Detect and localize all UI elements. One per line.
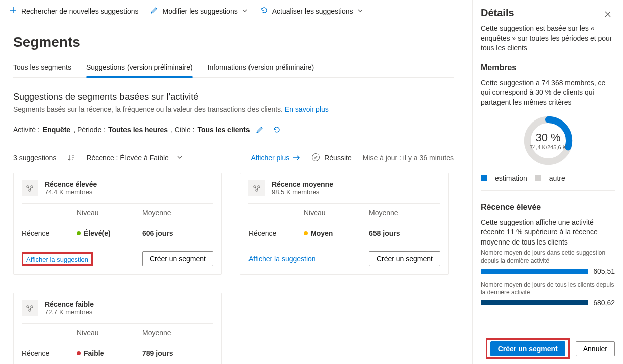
- recency-title: Récence élevée: [481, 203, 615, 212]
- metric2-value: 680,62: [593, 299, 615, 307]
- card-title: Récence moyenne: [272, 180, 333, 188]
- modify-suggestions-button[interactable]: Modifier les suggestions: [150, 6, 247, 16]
- filters-row: Activité : Enquête , Période : Toutes le…: [13, 123, 454, 137]
- activity-label: Activité :: [13, 126, 40, 134]
- suggestion-card: Récence moyenne 98,5 K membres Niveau Mo…: [240, 173, 449, 275]
- members-desc: Cette suggestion a 74 368 membres, ce qu…: [481, 78, 615, 108]
- pane-footer: Créer un segment Annuler: [486, 338, 615, 359]
- donut-chart: 30 % 74,4 K/245,6 K: [481, 110, 615, 172]
- create-segment-highlight: Créer un segment: [486, 338, 570, 359]
- level-value: Élevé(e): [77, 229, 142, 237]
- list-controls: 3 suggestions Récence : Élevée à Faible …: [13, 151, 454, 165]
- sort-label[interactable]: Récence : Élevée à Faible: [86, 154, 168, 162]
- card-members: 74,4 K membres: [45, 188, 97, 196]
- suggestion-card: Récence faible 72,7 K membres Niveau Moy…: [13, 293, 222, 364]
- pencil-icon: [150, 6, 158, 16]
- details-title: Détails: [481, 7, 514, 19]
- chevron-down-icon[interactable]: [177, 154, 183, 162]
- create-segment-button[interactable]: Créer un segment: [369, 251, 440, 266]
- recency-label: Récence: [22, 229, 77, 237]
- status-dot-icon: [77, 351, 81, 355]
- donut-percent: 30 %: [535, 131, 560, 144]
- cancel-button[interactable]: Annuler: [576, 341, 615, 356]
- metric1-value: 605,51: [593, 267, 615, 275]
- card-members: 98,5 K membres: [272, 188, 333, 196]
- status-dot-icon: [77, 231, 81, 235]
- metric2-row: 680,62: [481, 299, 615, 307]
- count-text: 3 suggestions: [13, 154, 56, 162]
- view-suggestion-link[interactable]: Afficher la suggestion: [26, 256, 88, 263]
- metric1-label: Nombre moyen de jours dans cette suggest…: [481, 249, 615, 265]
- level-header: Niveau: [77, 209, 142, 217]
- search-suggestions-button[interactable]: Rechercher de nouvelles suggestions: [9, 6, 138, 16]
- donut-sub: 74,4 K/245,6 K: [530, 144, 566, 150]
- chevron-down-icon: [242, 7, 248, 15]
- close-icon[interactable]: [601, 7, 615, 21]
- svg-point-3: [29, 189, 31, 191]
- sort-icon[interactable]: [64, 151, 78, 165]
- create-segment-button[interactable]: Créer un segment: [142, 251, 213, 266]
- main-content: Segments Tous les segments Suggestions (…: [0, 34, 467, 364]
- updated-label: Mise à jour :: [363, 154, 403, 162]
- search-suggestions-label: Rechercher de nouvelles suggestions: [21, 7, 138, 15]
- metric1-row: 605,51: [481, 267, 615, 275]
- check-icon: [311, 153, 320, 163]
- create-segment-button[interactable]: Créer un segment: [490, 341, 565, 356]
- section-desc-text: Segments basés sur la récence, la fréque…: [13, 105, 285, 113]
- avg-value: 789 jours: [142, 349, 213, 357]
- updated: Mise à jour : il y a 36 minutes: [363, 154, 454, 162]
- metric2-label: Nombre moyen de jours de tous les client…: [481, 281, 615, 297]
- segment-icon: [22, 300, 38, 316]
- level-value: Moyen: [304, 229, 369, 237]
- svg-point-9: [29, 309, 31, 311]
- show-more-link[interactable]: Afficher plus: [251, 154, 300, 162]
- status-text: Réussite: [324, 154, 351, 162]
- card-title: Récence élevée: [45, 180, 97, 188]
- refresh-icon: [260, 6, 268, 16]
- avg-value: 606 jours: [142, 229, 213, 237]
- segment-icon: [248, 180, 265, 196]
- command-bar: Rechercher de nouvelles suggestions Modi…: [0, 0, 467, 22]
- avg-header: Moyenne: [369, 209, 440, 217]
- cards-container: Récence élevée 74,4 K membres Niveau Moy…: [13, 173, 454, 364]
- plus-icon: [9, 6, 17, 16]
- refresh-filters-button[interactable]: [270, 123, 284, 137]
- period-value: Toutes les heures: [108, 126, 168, 134]
- legend-swatch-other: [535, 175, 541, 181]
- suggestion-card: Récence élevée 74,4 K membres Niveau Moy…: [13, 173, 222, 275]
- metric1-bar: [481, 269, 588, 274]
- card-members: 72,7 K membres: [45, 308, 94, 316]
- legend-estimation: estimation: [495, 174, 527, 182]
- avg-header: Moyenne: [142, 329, 213, 337]
- level-header: Niveau: [77, 329, 142, 337]
- avg-header: Moyenne: [142, 209, 213, 217]
- section-desc: Segments basés sur la récence, la fréque…: [13, 105, 454, 113]
- tab-insights[interactable]: Informations (version préliminaire): [208, 59, 314, 77]
- learn-more-link[interactable]: En savoir plus: [285, 105, 329, 113]
- target-label: , Cible :: [171, 126, 194, 134]
- refresh-suggestions-button[interactable]: Actualiser les suggestions: [260, 6, 363, 16]
- details-pane: Détails Cette suggestion est basée sur l…: [472, 0, 623, 364]
- activity-value: Enquête: [43, 126, 70, 134]
- recency-label: Récence: [22, 349, 77, 357]
- view-suggestion-link[interactable]: Afficher la suggestion: [248, 255, 316, 263]
- period-label: , Période :: [73, 126, 105, 134]
- tab-all-segments[interactable]: Tous les segments: [13, 59, 71, 77]
- status: Réussite: [311, 153, 351, 163]
- card-title: Récence faible: [45, 300, 94, 308]
- recency-desc: Cette suggestion affiche une activité ré…: [481, 218, 615, 248]
- avg-value: 658 jours: [369, 229, 440, 237]
- segment-icon: [22, 180, 38, 196]
- modify-suggestions-label: Modifier les suggestions: [162, 7, 237, 15]
- members-title: Membres: [481, 63, 615, 72]
- level-header: Niveau: [304, 209, 369, 217]
- updated-value: il y a 36 minutes: [403, 154, 454, 162]
- svg-point-6: [256, 189, 258, 191]
- tab-suggestions[interactable]: Suggestions (version préliminaire): [86, 59, 193, 77]
- refresh-suggestions-label: Actualiser les suggestions: [272, 7, 353, 15]
- section-title: Suggestions de segments basées sur l’act…: [13, 92, 454, 102]
- chevron-down-icon: [357, 7, 363, 15]
- tab-bar: Tous les segments Suggestions (version p…: [13, 59, 454, 78]
- target-value: Tous les clients: [197, 126, 250, 134]
- edit-filters-button[interactable]: [253, 123, 267, 137]
